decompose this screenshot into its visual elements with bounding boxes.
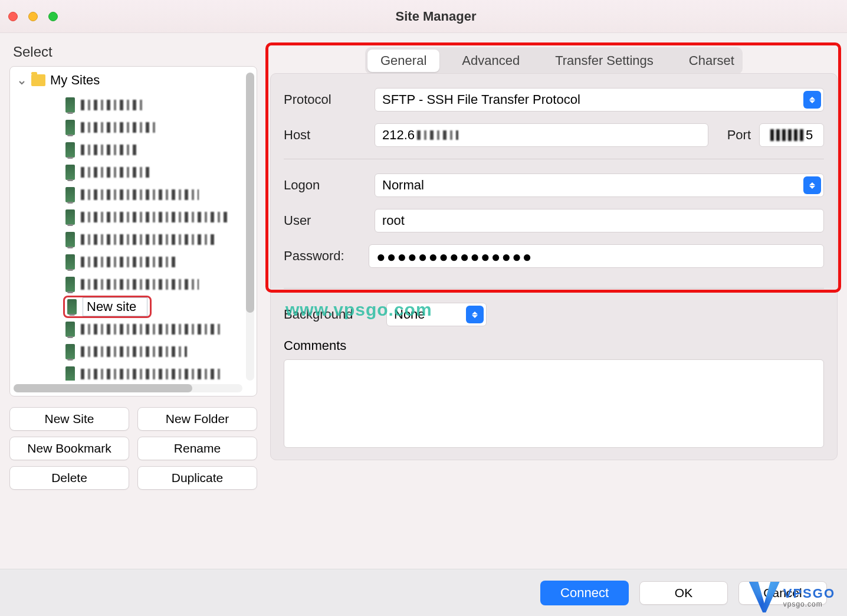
logon-value: Normal [382,178,424,193]
duplicate-button[interactable]: Duplicate [137,466,257,490]
site-item-editing[interactable] [63,296,152,318]
tree-root-row[interactable]: My Sites [15,70,239,90]
tab-bar: General Advanced Transfer Settings Chars… [365,47,743,74]
tab-transfer-settings[interactable]: Transfer Settings [542,50,667,72]
server-icon [65,120,75,135]
server-icon [65,232,75,247]
vertical-scrollbar[interactable] [246,73,254,381]
site-item[interactable] [65,251,239,273]
user-input[interactable]: root [375,209,824,232]
new-site-button[interactable]: New Site [9,407,129,431]
dialog-footer: Connect OK Cancel [0,569,847,616]
chevron-down-icon[interactable] [17,76,27,85]
user-label: User [284,213,366,228]
server-icon [65,277,75,292]
select-label: Select [13,44,257,60]
protocol-label: Protocol [284,92,366,107]
zoom-window-button[interactable] [48,12,58,21]
server-icon [65,187,75,202]
server-icon [65,209,75,225]
site-item[interactable] [65,139,239,161]
new-bookmark-button[interactable]: New Bookmark [9,437,129,460]
titlebar: Site Manager [0,0,847,33]
updown-icon [803,176,821,194]
updown-icon [466,306,484,323]
password-label: Password: [284,248,360,264]
delete-button[interactable]: Delete [9,466,129,490]
tab-charset[interactable]: Charset [676,50,747,72]
site-item[interactable] [65,116,239,139]
connect-button[interactable]: Connect [540,581,629,605]
site-item[interactable] [65,273,239,296]
server-icon [65,97,75,113]
site-item[interactable] [65,161,239,184]
site-list [65,94,239,381]
server-icon [65,142,75,158]
minimize-window-button[interactable] [28,12,38,21]
tab-advanced[interactable]: Advanced [449,50,533,72]
server-icon [65,165,75,180]
server-icon [67,299,77,314]
ok-button[interactable]: OK [639,581,728,605]
site-item[interactable] [65,318,239,340]
server-icon [65,366,75,381]
rename-input[interactable] [83,297,147,316]
tab-general[interactable]: General [367,50,439,72]
close-window-button[interactable] [8,12,18,21]
cancel-button[interactable]: Cancel [738,581,827,605]
comments-textarea[interactable] [284,359,824,448]
host-label: Host [284,127,366,143]
server-icon [65,254,75,270]
site-item[interactable] [65,206,239,228]
updown-icon [803,91,821,109]
comments-label: Comments [284,338,824,353]
folder-icon [31,74,45,86]
port-input[interactable]: 5 [759,123,824,147]
site-item[interactable] [65,94,239,116]
site-item[interactable] [65,184,239,206]
site-item[interactable] [65,228,239,251]
logon-select[interactable]: Normal [375,173,824,197]
tree-root-label: My Sites [50,73,100,88]
port-label: Port [727,127,751,143]
watermark-text: www.vpsgo.com [285,300,432,320]
logon-label: Logon [284,178,366,193]
site-item[interactable] [65,363,239,381]
host-input[interactable]: 212.6 [375,123,708,147]
site-item[interactable] [65,340,239,363]
new-folder-button[interactable]: New Folder [137,407,257,431]
rename-button[interactable]: Rename [137,437,257,460]
site-tree[interactable]: My Sites [9,66,257,397]
protocol-select[interactable]: SFTP - SSH File Transfer Protocol [375,88,824,112]
window-title: Site Manager [68,9,839,24]
horizontal-scrollbar[interactable] [14,384,242,392]
server-icon [65,344,75,359]
protocol-value: SFTP - SSH File Transfer Protocol [382,92,580,107]
password-input[interactable]: ●●●●●●●●●●●●●●● [369,244,824,268]
general-panel: Protocol SFTP - SSH File Transfer Protoc… [270,73,838,460]
server-icon [65,322,75,337]
